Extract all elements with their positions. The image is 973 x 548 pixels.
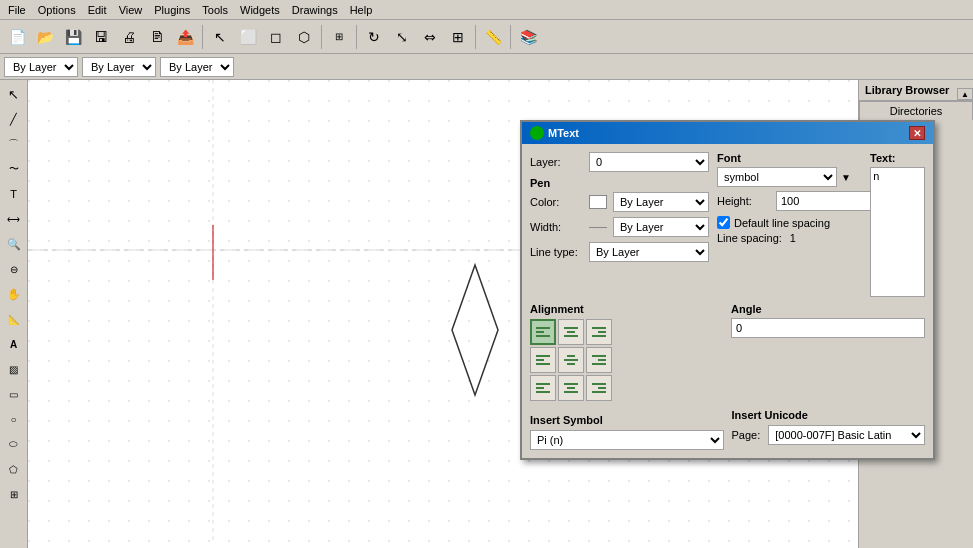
align-top-center[interactable] [558, 319, 584, 345]
pointer-tool[interactable]: ↖ [2, 82, 26, 106]
width-label: Width: [530, 221, 585, 233]
scale-button[interactable]: ⤡ [389, 24, 415, 50]
menu-view[interactable]: View [113, 2, 149, 18]
font-select[interactable]: symbol [717, 167, 837, 187]
pen-section: Pen Color: By Layer Width: By Layer [530, 177, 709, 262]
dialog-close-button[interactable]: ✕ [909, 126, 925, 140]
spline-tool[interactable]: 〜 [2, 157, 26, 181]
snap-grid-button[interactable]: ⊞ [326, 24, 352, 50]
polyline-tool[interactable]: ⬠ [2, 457, 26, 481]
library-title: Library Browser [865, 84, 949, 96]
insert-symbol-label: Insert Symbol [530, 414, 724, 426]
block-tool[interactable]: ⊞ [2, 482, 26, 506]
measure-left-tool[interactable]: 📐 [2, 307, 26, 331]
angle-input[interactable] [731, 318, 925, 338]
menu-widgets[interactable]: Widgets [234, 2, 286, 18]
print-button[interactable]: 🖨 [116, 24, 142, 50]
export-button[interactable]: 📤 [172, 24, 198, 50]
menu-tools[interactable]: Tools [196, 2, 234, 18]
align-mid-left[interactable] [530, 347, 556, 373]
new-button[interactable]: 📄 [4, 24, 30, 50]
text-section: Text: n [870, 152, 925, 299]
menu-plugins[interactable]: Plugins [148, 2, 196, 18]
deselect-button[interactable]: ◻ [263, 24, 289, 50]
toolbar-separator-3 [356, 25, 357, 49]
rotate-button[interactable]: ↻ [361, 24, 387, 50]
toolbar-separator-2 [321, 25, 322, 49]
color-swatch [589, 195, 607, 209]
alignment-label: Alignment [530, 303, 715, 315]
text-tool[interactable]: T [2, 182, 26, 206]
align-mid-center[interactable] [558, 347, 584, 373]
scroll-up-button[interactable]: ▲ [957, 88, 973, 100]
dialog-titlebar[interactable]: MText ✕ [522, 122, 933, 144]
layerbar: By Layer By Layer By Layer [0, 54, 973, 80]
default-spacing-checkbox[interactable] [717, 216, 730, 229]
tab-directories[interactable]: Directories [859, 101, 973, 120]
polygon-button[interactable]: ⬡ [291, 24, 317, 50]
mtext-dialog: MText ✕ Layer: 0 Pen Color: [520, 120, 935, 460]
rect-tool[interactable]: ▭ [2, 382, 26, 406]
default-spacing-row: Default line spacing [717, 216, 862, 229]
select-button[interactable]: ↖ [207, 24, 233, 50]
open-button[interactable]: 📂 [32, 24, 58, 50]
line-spacing-value: 1 [790, 232, 796, 244]
arc-tool[interactable]: ⌒ [2, 132, 26, 156]
layer-select-2[interactable]: By Layer [82, 57, 156, 77]
layer-select-3[interactable]: By Layer [160, 57, 234, 77]
zoom-out-tool[interactable]: ⊖ [2, 257, 26, 281]
library-button[interactable]: 📚 [515, 24, 541, 50]
dialog-title-area: MText [530, 126, 579, 140]
alignment-grid [530, 319, 715, 401]
menu-edit[interactable]: Edit [82, 2, 113, 18]
menu-options[interactable]: Options [32, 2, 82, 18]
toolbar-separator-5 [510, 25, 511, 49]
align-bot-right[interactable] [586, 375, 612, 401]
zoom-in-tool[interactable]: 🔍 [2, 232, 26, 256]
align-top-left[interactable] [530, 319, 556, 345]
unicode-section: Insert Unicode Page: [0000-007F] Basic L… [732, 409, 926, 450]
print-preview-button[interactable]: 🖹 [144, 24, 170, 50]
linetype-select[interactable]: By Layer [589, 242, 709, 262]
align-top-right[interactable] [586, 319, 612, 345]
insert-unicode-label: Insert Unicode [732, 409, 926, 421]
width-swatch [589, 227, 607, 228]
color-select[interactable]: By Layer [613, 192, 709, 212]
mtext-left-tool[interactable]: A [2, 332, 26, 356]
page-label: Page: [732, 429, 761, 441]
menu-file[interactable]: File [2, 2, 32, 18]
menu-help[interactable]: Help [344, 2, 379, 18]
font-dropdown-icon[interactable]: ▼ [841, 172, 851, 183]
default-spacing-label: Default line spacing [734, 217, 830, 229]
width-row: Width: By Layer [530, 217, 709, 237]
toolbar-separator-1 [202, 25, 203, 49]
color-row: Color: By Layer [530, 192, 709, 212]
save-as-button[interactable]: 🖫 [88, 24, 114, 50]
mirror-button[interactable]: ⇔ [417, 24, 443, 50]
page-row: Page: [0000-007F] Basic Latin [732, 425, 926, 445]
array-button[interactable]: ⊞ [445, 24, 471, 50]
ellipse-tool[interactable]: ⬭ [2, 432, 26, 456]
rect-select-button[interactable]: ⬜ [235, 24, 261, 50]
library-header: Library Browser [859, 80, 973, 101]
hatch-tool[interactable]: ▨ [2, 357, 26, 381]
page-select[interactable]: [0000-007F] Basic Latin [768, 425, 925, 445]
layer-label: Layer: [530, 156, 585, 168]
pen-label: Pen [530, 177, 709, 189]
symbol-select[interactable]: Pi (n) [530, 430, 724, 450]
menu-drawings[interactable]: Drawings [286, 2, 344, 18]
circle-tool[interactable]: ○ [2, 407, 26, 431]
line-tool[interactable]: ╱ [2, 107, 26, 131]
align-mid-right[interactable] [586, 347, 612, 373]
layer-select-1[interactable]: By Layer [4, 57, 78, 77]
save-button[interactable]: 💾 [60, 24, 86, 50]
align-bot-left[interactable] [530, 375, 556, 401]
width-select[interactable]: By Layer [613, 217, 709, 237]
measure-button[interactable]: 📏 [480, 24, 506, 50]
align-bot-center[interactable] [558, 375, 584, 401]
dim-tool[interactable]: ⟷ [2, 207, 26, 231]
layer-select[interactable]: 0 [589, 152, 709, 172]
height-label: Height: [717, 195, 772, 207]
pan-tool[interactable]: ✋ [2, 282, 26, 306]
text-input[interactable]: n [870, 167, 925, 297]
